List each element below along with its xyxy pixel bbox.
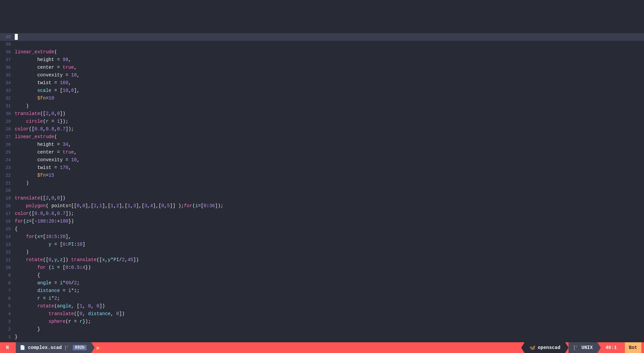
line-number: 31 xyxy=(0,103,15,110)
code-line: 36 center = true, xyxy=(0,64,644,71)
token-punc: , xyxy=(68,80,71,85)
token-prop: height xyxy=(37,142,54,147)
line-number: 22 xyxy=(0,172,15,179)
code-line: 38linear_extrude( xyxy=(0,48,644,56)
line-content: ) xyxy=(15,102,644,110)
token-num: 0 xyxy=(77,203,79,209)
token-num: 2 xyxy=(122,257,124,262)
token-punc: = xyxy=(63,72,71,78)
code-line: 40 xyxy=(0,33,644,41)
token-punc: ; xyxy=(77,288,79,293)
line-content xyxy=(15,33,644,41)
token-punc: * xyxy=(51,296,54,301)
line-number: 17 xyxy=(0,210,15,218)
line-number: 18 xyxy=(0,202,15,210)
token-prop: twist xyxy=(37,165,51,170)
line-number: 8 xyxy=(0,280,15,287)
token-num: 0 xyxy=(63,242,65,247)
token-num: 1 xyxy=(99,203,102,209)
line-number: 26 xyxy=(0,141,15,149)
token-punc: ( xyxy=(192,203,195,209)
token-punc: , [ xyxy=(71,303,79,309)
token-num: 34 xyxy=(63,142,68,147)
token-fn: linear_extrude xyxy=(15,49,54,55)
line-number: 1 xyxy=(0,334,15,341)
token-fn: translate xyxy=(15,195,40,201)
token-punc: , xyxy=(83,303,88,309)
token-punc: ([ xyxy=(40,111,46,116)
token-punc: = xyxy=(40,296,49,301)
token-punc: * xyxy=(63,280,65,286)
token-num: 2 xyxy=(116,203,119,209)
token-num: 10 xyxy=(46,234,51,239)
token-num: 45 xyxy=(127,257,133,262)
token-kw: for xyxy=(184,203,192,209)
line-number: 6 xyxy=(0,295,15,302)
token-prop: convexity xyxy=(37,72,63,78)
line-content: height = 34, xyxy=(15,141,644,148)
file-icon: 📄 xyxy=(20,345,25,350)
line-number: 4 xyxy=(0,310,15,318)
token-punc: : xyxy=(46,219,48,224)
code-area: 1}2 }3 sphere(r = r});4 translate([0, di… xyxy=(0,0,644,342)
line-content: } xyxy=(15,326,644,333)
token-punc: } xyxy=(15,327,40,332)
token-punc: ],[ xyxy=(119,203,127,209)
token-prop: r xyxy=(68,319,71,324)
token-punc xyxy=(15,288,37,293)
token-punc: , xyxy=(54,211,57,216)
code-line: 25 center = true, xyxy=(0,149,644,156)
line-content: convexity = 10, xyxy=(15,156,644,164)
line-number: 2 xyxy=(0,326,15,333)
token-kw: for xyxy=(26,234,35,239)
line-content: for(x=[10:5:20], xyxy=(15,233,644,240)
line-number: 14 xyxy=(0,233,15,241)
token-punc: ]); xyxy=(215,203,223,209)
token-punc: = xyxy=(54,65,63,70)
file-info: 📄 complex.scad 🏴 692b xyxy=(16,342,91,353)
token-punc: = xyxy=(54,57,63,62)
token-punc: , xyxy=(49,195,51,201)
token-num: 2 xyxy=(46,111,48,116)
code-line: 3 sphere(r = r}); xyxy=(0,318,644,326)
token-punc: , xyxy=(79,203,82,209)
token-fn: color xyxy=(15,126,29,132)
token-punc xyxy=(15,173,37,178)
token-punc: , xyxy=(77,157,79,163)
token-punc xyxy=(15,119,26,124)
line-content: linear_extrude( xyxy=(15,133,644,140)
line-content: translate([2,0,0]) xyxy=(15,194,644,202)
code-line: 18 polygon( points=[[0,0],[2,1],[1,2],[1… xyxy=(0,202,644,210)
token-punc: }); xyxy=(83,319,91,324)
token-prop: center xyxy=(37,65,54,70)
line-content: sphere(r = r}); xyxy=(15,318,644,325)
token-punc: ( xyxy=(54,134,57,139)
token-punc xyxy=(15,296,37,301)
token-punc: , xyxy=(111,311,116,316)
token-punc: ],[ xyxy=(102,203,111,209)
line-content: { xyxy=(15,225,644,233)
token-punc: ] xyxy=(83,242,85,247)
code-line: 5 rotate(angle, [1, 0, 0]) xyxy=(0,302,644,310)
token-punc: ([ xyxy=(97,257,102,262)
code-line: 34 twist = 160, xyxy=(0,79,644,87)
token-var: r xyxy=(37,296,40,301)
token-punc: ) xyxy=(15,180,29,186)
token-num: 1 xyxy=(127,203,130,209)
code-line: 32 $fn=10 xyxy=(0,95,644,102)
line-content: rotate([0,y,z]) translate([x,y*PI/2,45]) xyxy=(15,256,644,263)
line-content: rotate(angle, [1, 0, 0]) xyxy=(15,302,644,310)
token-punc: ; xyxy=(57,296,60,301)
tag-icon: 🦋 xyxy=(529,345,536,351)
filetype-label: openscad xyxy=(538,345,560,350)
token-fn: rotate xyxy=(26,257,43,262)
code-line: 26 height = 34, xyxy=(0,141,644,149)
token-prop: height xyxy=(37,57,54,62)
token-num: 1 xyxy=(111,203,113,209)
token-punc: = xyxy=(51,165,60,170)
token-var: z xyxy=(26,219,29,224)
line-number: 32 xyxy=(0,95,15,102)
token-punc xyxy=(15,157,37,163)
filesize: 692b xyxy=(73,345,87,350)
token-punc xyxy=(15,57,37,62)
